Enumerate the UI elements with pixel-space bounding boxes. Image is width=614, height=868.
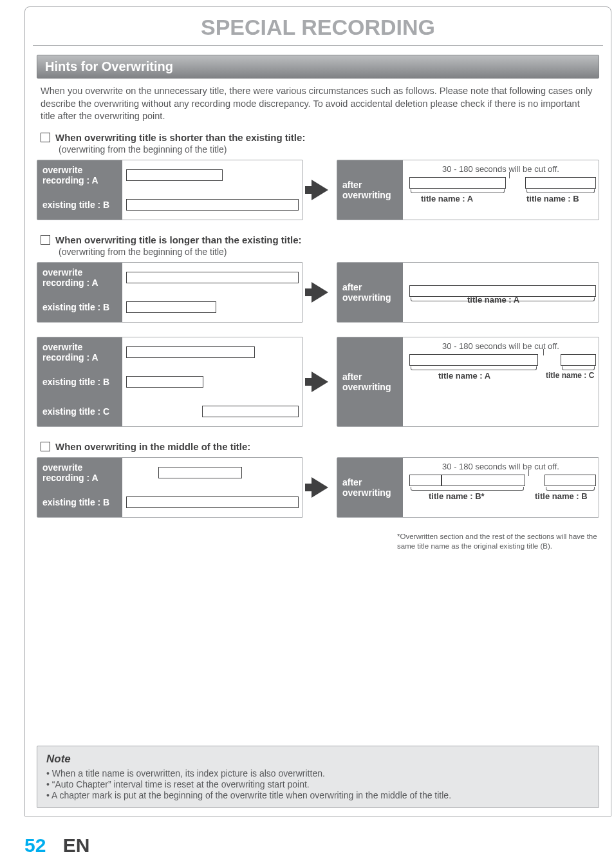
arrow-icon xyxy=(312,372,328,392)
label-overwrite-a: overwriterecording : A xyxy=(37,160,122,190)
brace xyxy=(526,189,595,193)
label-existing-b: existing title : B xyxy=(37,367,122,397)
seg-a xyxy=(409,354,538,366)
diagram-shorter: overwriterecording : A existing title : … xyxy=(37,160,599,220)
arrow-icon xyxy=(312,282,328,303)
bar-overwrite-a xyxy=(158,467,242,478)
arrow-icon xyxy=(312,180,328,200)
label-existing-b: existing title : B xyxy=(37,487,122,517)
note-item: A chapter mark is put at the beginning o… xyxy=(46,790,590,800)
title-name-a: title name : A xyxy=(421,194,473,203)
label-existing-c: existing title : C xyxy=(37,397,122,426)
section-heading: Hints for Overwriting xyxy=(37,55,599,79)
title-name-b-star: title name : B* xyxy=(429,491,485,501)
label-overwrite-a: overwriterecording : A xyxy=(37,263,122,292)
seg-b2 xyxy=(544,475,596,486)
intro-text: When you overwrite on the unnecessary ti… xyxy=(41,85,595,123)
seg-a xyxy=(442,475,525,486)
label-after-overwriting: afteroverwriting xyxy=(337,458,403,517)
page-number: 52 xyxy=(24,835,46,856)
label-after-overwriting: afteroverwriting xyxy=(337,263,403,322)
label-overwrite-a: overwriterecording : A xyxy=(37,337,122,367)
bar-existing-b xyxy=(126,301,216,313)
seg-b xyxy=(525,177,596,189)
title-name-c: title name : C xyxy=(546,371,594,380)
case-shorter-sub: (overwriting from the beginning of the t… xyxy=(59,144,595,155)
brace xyxy=(411,487,524,491)
seg-c xyxy=(561,354,596,366)
arrow-icon xyxy=(312,477,328,498)
note-heading: Note xyxy=(46,753,590,766)
cutoff-text: 30 - 180 seconds will be cut off. xyxy=(409,341,592,351)
title-name-a: title name : A xyxy=(467,295,519,305)
diagram-longer-2: overwriterecording : A existing title : … xyxy=(37,337,599,427)
seg-a xyxy=(409,177,506,189)
bar-existing-b xyxy=(126,496,299,508)
brace xyxy=(411,189,505,193)
case-middle-title: When overwriting in the middle of the ti… xyxy=(41,441,595,452)
brace xyxy=(411,366,537,370)
label-after-overwriting: afteroverwriting xyxy=(337,160,403,220)
seg-b1 xyxy=(409,475,442,486)
note-item: When a title name is overwritten, its in… xyxy=(46,768,590,778)
case-shorter-title: When overwriting title is shorter than t… xyxy=(41,132,595,143)
brace xyxy=(562,366,595,370)
page-title: SPECIAL RECORDING xyxy=(25,7,611,45)
label-after-overwriting: afteroverwriting xyxy=(337,337,403,426)
divider xyxy=(33,45,603,46)
note-item: “Auto Chapter” interval time is reset at… xyxy=(46,779,590,789)
label-existing-b: existing title : B xyxy=(37,190,122,220)
brace xyxy=(546,487,595,491)
bar-overwrite-a xyxy=(126,169,223,181)
diagram-longer-1: overwriterecording : A existing title : … xyxy=(37,262,599,323)
bar-existing-c xyxy=(202,406,299,417)
title-name-a: title name : A xyxy=(438,371,490,381)
cutoff-text: 30 - 180 seconds will be cut off. xyxy=(409,164,592,174)
bar-existing-b xyxy=(126,199,299,211)
bar-overwrite-a xyxy=(126,346,255,358)
diagram-middle: overwriterecording : A existing title : … xyxy=(37,457,599,518)
title-name-b: title name : B xyxy=(535,491,588,501)
page-lang: EN xyxy=(63,835,90,856)
cutoff-text: 30 - 180 seconds will be cut off. xyxy=(409,462,592,471)
bar-overwrite-a xyxy=(126,272,299,283)
title-name-b: title name : B xyxy=(526,194,579,203)
case-longer-sub: (overwriting from the beginning of the t… xyxy=(59,247,595,257)
footnote: *Overwritten section and the rest of the… xyxy=(397,532,599,552)
case-longer-title: When overwriting title is longer than th… xyxy=(41,234,595,245)
note-box: Note When a title name is overwritten, i… xyxy=(37,746,599,808)
bar-existing-b xyxy=(126,376,203,388)
label-overwrite-a: overwriterecording : A xyxy=(37,458,122,487)
label-existing-b: existing title : B xyxy=(37,292,122,322)
